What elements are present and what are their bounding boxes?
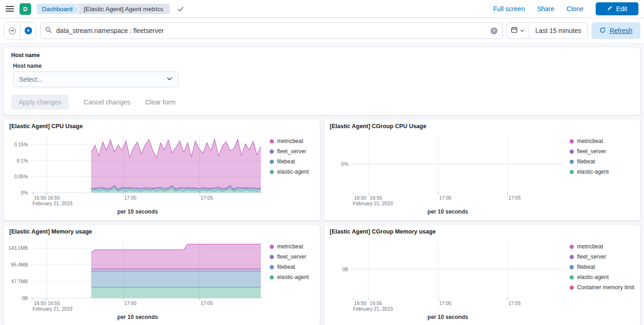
svg-text:February 21, 2023: February 21, 2023 [353, 201, 393, 206]
svg-text:0%: 0% [21, 190, 28, 195]
check-icon[interactable] [177, 6, 184, 13]
legend-label: elastic-agent [277, 274, 309, 280]
legend-dot-icon [570, 245, 574, 249]
svg-text:0B: 0B [22, 295, 28, 301]
cpu-usage-chart[interactable]: 0%0.05%0.1%0.15%16:5016:5517:0017:05Febr… [8, 130, 267, 208]
legend-item-metricbeat[interactable]: metricbeat [570, 243, 636, 250]
panel-title: [Elastic Agent] Memory usage [9, 228, 315, 235]
panel-title: [Elastic Agent] CGroup CPU Usage [330, 123, 636, 130]
svg-text:16:55: 16:55 [370, 300, 382, 306]
query-text: data_stream.namespace : fleetserver [56, 27, 486, 34]
legend-dot-icon [570, 255, 574, 259]
pencil-icon [607, 5, 612, 13]
chevron-down-icon [166, 76, 173, 83]
chart-legend: metricbeatfleet_serverfilebeatelastic-ag… [267, 236, 315, 324]
date-picker-menu-button[interactable] [507, 23, 529, 39]
legend-dot-icon [270, 170, 274, 174]
clone-button[interactable]: Clone [566, 5, 584, 13]
space-avatar[interactable]: D [20, 3, 31, 15]
query-input[interactable]: data_stream.namespace : fleetserver ✕ [40, 22, 503, 39]
breadcrumb-current-page[interactable]: [Elastic Agent] Agent metrics [76, 4, 170, 14]
svg-text:February 21, 2023: February 21, 2023 [33, 201, 73, 206]
breadcrumb: Dashboard [Elastic Agent] Agent metrics [37, 4, 170, 14]
legend-item-container-memory-limit[interactable]: Container memory limit [570, 284, 636, 291]
panel-cgroup-cpu-usage: [Elastic Agent] CGroup CPU Usage 0%16:50… [324, 119, 640, 221]
clear-query-icon[interactable]: ✕ [491, 27, 498, 34]
share-button[interactable]: Share [537, 5, 554, 13]
memory-usage-chart[interactable]: 0B47.7MB95.4MB143.1MB16:5016:5517:0017:0… [8, 236, 267, 314]
chevron-down-icon [520, 26, 524, 35]
legend-label: fleet_server [277, 254, 306, 260]
chart-legend: metricbeatfleet_serverfilebeatelastic-ag… [567, 130, 636, 218]
cancel-changes-button[interactable]: Cancel changes [84, 98, 130, 106]
svg-text:16:55: 16:55 [48, 300, 60, 306]
svg-text:16:50: 16:50 [354, 300, 366, 306]
legend-item-metricbeat[interactable]: metricbeat [570, 138, 636, 144]
edit-button[interactable]: Edit [596, 2, 638, 15]
chart-legend: metricbeatfleet_serverfilebeatelastic-ag… [267, 130, 315, 218]
x-axis-title: per 10 seconds [329, 314, 567, 320]
svg-text:0.15%: 0.15% [14, 142, 28, 147]
legend-item-elastic-agent[interactable]: elastic-agent [270, 169, 315, 175]
svg-text:0B: 0B [342, 266, 348, 272]
svg-text:17:05: 17:05 [201, 195, 213, 201]
legend-item-metricbeat[interactable]: metricbeat [270, 243, 315, 250]
panel-cpu-usage: [Elastic Agent] CPU Usage 0%0.05%0.1%0.1… [4, 119, 320, 221]
legend-item-filebeat[interactable]: filebeat [570, 264, 636, 270]
cgroup-memory-usage-chart[interactable]: 0B16:5016:5517:0017:05February 21, 2023 [329, 236, 567, 314]
chart-legend: metricbeatfleet_serverfilebeatelastic-ag… [567, 236, 636, 324]
legend-label: filebeat [277, 158, 295, 165]
legend-item-filebeat[interactable]: filebeat [270, 158, 315, 165]
host-name-select[interactable]: Select... [13, 72, 179, 87]
legend-label: elastic-agent [577, 274, 609, 280]
legend-item-elastic-agent[interactable]: elastic-agent [270, 274, 315, 280]
legend-label: elastic-agent [577, 169, 609, 175]
x-axis-title: per 10 seconds [8, 208, 267, 215]
query-bar: + data_stream.namespace : fleetserver ✕ … [0, 18, 644, 44]
svg-text:16:55: 16:55 [370, 195, 382, 201]
legend-dot-icon [270, 265, 274, 269]
legend-item-fleet-server[interactable]: fleet_server [270, 148, 315, 155]
legend-label: fleet_server [577, 254, 606, 260]
legend-item-filebeat[interactable]: filebeat [270, 264, 315, 270]
legend-dot-icon [570, 160, 574, 164]
legend-dot-icon [570, 286, 574, 290]
legend-item-elastic-agent[interactable]: elastic-agent [570, 169, 636, 175]
panel-title: [Elastic Agent] CGroup Memory usage [330, 228, 636, 235]
time-range-value[interactable]: Last 15 minutes [529, 23, 587, 39]
top-bar: D Dashboard [Elastic Agent] Agent metric… [0, 0, 644, 18]
refresh-button[interactable]: Refresh [591, 22, 640, 39]
svg-text:47.7MB: 47.7MB [11, 279, 28, 284]
svg-text:17:05: 17:05 [509, 195, 521, 201]
legend-item-fleet-server[interactable]: fleet_server [570, 148, 636, 155]
legend-label: Container memory limit [577, 284, 634, 291]
svg-text:0.05%: 0.05% [14, 174, 28, 179]
legend-label: filebeat [577, 264, 595, 270]
filter-menu-button[interactable] [4, 22, 20, 39]
panel-cgroup-memory-usage: [Elastic Agent] CGroup Memory usage 0B16… [324, 225, 640, 325]
breadcrumb-dashboard[interactable]: Dashboard [37, 4, 79, 14]
legend-item-fleet-server[interactable]: fleet_server [270, 254, 315, 260]
filter-icon [9, 27, 16, 34]
legend-label: metricbeat [577, 243, 603, 250]
legend-label: fleet_server [277, 148, 306, 155]
legend-item-elastic-agent[interactable]: elastic-agent [570, 274, 636, 280]
legend-dot-icon [270, 275, 274, 280]
clear-form-button[interactable]: Clear form [145, 98, 175, 106]
svg-text:95.4MB: 95.4MB [11, 262, 28, 267]
legend-item-fleet-server[interactable]: fleet_server [570, 254, 636, 260]
legend-item-metricbeat[interactable]: metricbeat [270, 138, 315, 144]
menu-icon[interactable] [6, 6, 14, 12]
apply-changes-button[interactable]: Apply changes [11, 95, 69, 110]
svg-text:16:50: 16:50 [34, 300, 46, 306]
svg-text:0%: 0% [341, 161, 348, 167]
controls-section-title: Host name [11, 52, 633, 58]
svg-text:17:05: 17:05 [201, 300, 213, 306]
legend-item-filebeat[interactable]: filebeat [570, 158, 636, 165]
cgroup-cpu-usage-chart[interactable]: 0%16:5016:5517:0017:05February 21, 2023 [329, 130, 567, 208]
add-filter-button[interactable]: + [20, 22, 36, 39]
edit-button-label: Edit [616, 5, 627, 13]
legend-label: elastic-agent [277, 169, 309, 175]
full-screen-button[interactable]: Full screen [493, 5, 524, 13]
svg-text:17:05: 17:05 [509, 300, 521, 306]
